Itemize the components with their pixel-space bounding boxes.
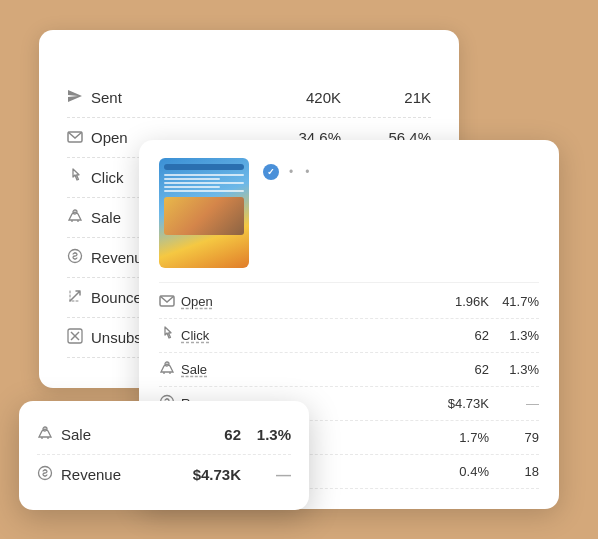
detail-val1: $4.73K xyxy=(419,396,489,411)
detail-row: Click 62 1.3% xyxy=(159,319,539,353)
front-val2: — xyxy=(241,466,291,483)
front-val2: 1.3% xyxy=(241,426,291,443)
sent-icon xyxy=(67,88,83,107)
svg-marker-0 xyxy=(68,90,82,102)
open-icon xyxy=(67,128,83,147)
detail-row: Sale 62 1.3% xyxy=(159,353,539,387)
row-label-text: Bounce xyxy=(91,289,142,306)
row-label: Sent xyxy=(67,88,251,107)
row-label-text: Sale xyxy=(91,209,121,226)
front-val1: $4.73K xyxy=(181,466,241,483)
newsletter-info: ✓ • • xyxy=(263,158,539,268)
click-icon xyxy=(159,326,175,345)
open-icon xyxy=(159,292,175,311)
detail-label-text: Open xyxy=(181,294,213,309)
detail-row: Open 1.96K 41.7% xyxy=(159,285,539,319)
thumb-line-3 xyxy=(164,182,244,184)
row-label-text: Click xyxy=(91,169,124,186)
newsletter-header: ✓ • • xyxy=(159,158,539,268)
detail-val1: 0.4% xyxy=(419,464,489,479)
row-label-text: Sent xyxy=(91,89,122,106)
row-val1: 420K xyxy=(251,89,341,106)
detail-val1: 62 xyxy=(419,328,489,343)
newsletter-thumbnail xyxy=(159,158,249,268)
front-val1: 62 xyxy=(181,426,241,443)
front-label-text: Revenue xyxy=(61,466,121,483)
detail-val2: — xyxy=(489,396,539,411)
front-label: Revenue xyxy=(37,465,181,484)
unsub-icon xyxy=(67,328,83,347)
bounce-icon xyxy=(67,288,83,307)
sent-check-icon: ✓ xyxy=(263,164,279,180)
detail-val2: 18 xyxy=(489,464,539,479)
sale-revenue-card: Sale 62 1.3% Revenue $4.73K — xyxy=(19,401,309,510)
thumb-line-2 xyxy=(164,178,220,180)
scene: Sent 420K 21K Open 34.6% 56.4% Click 1.4… xyxy=(19,20,579,520)
detail-label[interactable]: Open xyxy=(159,292,419,311)
detail-label[interactable]: Click xyxy=(159,326,419,345)
detail-val2: 1.3% xyxy=(489,328,539,343)
detail-val1: 62 xyxy=(419,362,489,377)
row-val2: 21K xyxy=(341,89,431,106)
detail-label-text: Click xyxy=(181,328,209,343)
thumb-line-5 xyxy=(164,190,244,192)
thumb-line-1 xyxy=(164,174,244,176)
detail-label-text: Sale xyxy=(181,362,207,377)
thumb-image xyxy=(164,197,244,235)
sale-icon xyxy=(67,208,83,227)
detail-val1: 1.7% xyxy=(419,430,489,445)
sale-icon xyxy=(159,360,175,379)
detail-val2: 1.3% xyxy=(489,362,539,377)
row-label-text: Open xyxy=(91,129,128,146)
front-label: Sale xyxy=(37,425,181,444)
detail-val2: 79 xyxy=(489,430,539,445)
meta-dot-1: • xyxy=(289,165,293,179)
revenue-icon xyxy=(67,248,83,267)
front-row: Sale 62 1.3% xyxy=(37,415,291,455)
detail-label[interactable]: Sale xyxy=(159,360,419,379)
front-rows: Sale 62 1.3% Revenue $4.73K — xyxy=(37,415,291,494)
newsletter-meta: ✓ • • xyxy=(263,164,539,180)
analytics-row: Sent 420K 21K xyxy=(67,78,431,118)
detail-val2: 41.7% xyxy=(489,294,539,309)
detail-val1: 1.96K xyxy=(419,294,489,309)
click-icon xyxy=(67,168,83,187)
sent-badge: ✓ xyxy=(263,164,283,180)
front-row: Revenue $4.73K — xyxy=(37,455,291,494)
front-label-text: Sale xyxy=(61,426,91,443)
sale-icon xyxy=(37,425,53,444)
revenue-icon xyxy=(37,465,53,484)
thumb-line-4 xyxy=(164,186,220,188)
meta-dot-2: • xyxy=(305,165,309,179)
